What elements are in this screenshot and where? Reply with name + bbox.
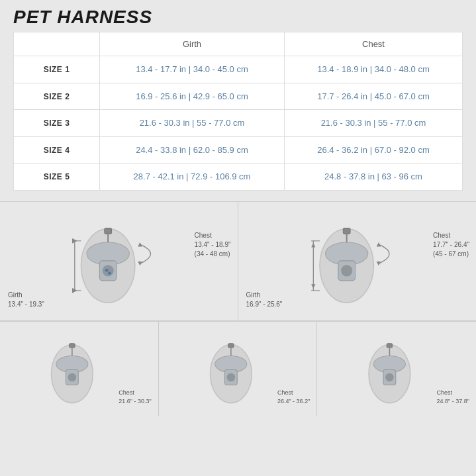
diagrams-section: 🐾 — [0, 201, 476, 416]
girth-label-2: Girth 16.9" - 25.6" — [246, 291, 283, 309]
girth-cell-4: 28.7 - 42.1 in | 72.9 - 106.9 cm — [100, 164, 285, 191]
header-section: PET HARNESS — [0, 0, 476, 32]
chest-label-1: Chest 13.4" - 18.9" (34 - 48 cm) — [195, 231, 231, 259]
diagram-wrapper-4: Chest 26.4" - 36.2" — [166, 332, 310, 408]
svg-point-38 — [226, 373, 235, 381]
svg-rect-42 — [387, 343, 393, 347]
svg-point-19 — [341, 265, 352, 276]
diagram-size5: Chest 24.8" - 37.8" — [317, 322, 476, 416]
svg-marker-26 — [376, 262, 380, 265]
chest-cell-4: 24.8 - 37.8 in | 63 - 96 cm — [285, 164, 463, 191]
svg-rect-30 — [70, 343, 75, 347]
table-section: Girth Chest SIZE 1 13.4 - 17.7 in | 34.0… — [0, 32, 476, 201]
diagram-size1: 🐾 — [0, 202, 238, 321]
table-row: SIZE 3 21.6 - 30.3 in | 55 - 77.0 cm 21.… — [14, 110, 463, 137]
chest-label-4: Chest 26.4" - 36.2" — [277, 389, 310, 405]
row-label-1: SIZE 2 — [14, 83, 100, 110]
girth-label-1: Girth 13.4" - 19.3" — [8, 291, 44, 309]
table-row: SIZE 4 24.4 - 33.8 in | 62.0 - 85.9 cm 2… — [14, 136, 463, 164]
chest-cell-2: 21.6 - 30.3 in | 55 - 77.0 cm — [285, 110, 463, 137]
chest-cell-0: 13.4 - 18.9 in | 34.0 - 48.0 cm — [285, 56, 463, 83]
svg-rect-17 — [343, 228, 350, 234]
row-label-0: SIZE 1 — [14, 56, 100, 83]
diagram-size2: Girth 16.9" - 25.6" Chest 17.7" - 26.4" … — [238, 202, 477, 321]
diagrams-grid-top: 🐾 — [0, 201, 476, 322]
size-table: Girth Chest SIZE 1 13.4 - 17.7 in | 34.0… — [13, 32, 463, 191]
chest-label-3: Chest 21.6" - 30.3" — [119, 389, 151, 405]
row-label-4: SIZE 5 — [14, 164, 100, 191]
row-label-3: SIZE 4 — [14, 136, 100, 164]
svg-point-44 — [385, 373, 394, 381]
svg-marker-25 — [376, 242, 380, 246]
page-wrapper: PET HARNESS Girth Chest SIZE 1 13.4 - 17… — [0, 0, 476, 416]
svg-marker-11 — [138, 262, 142, 265]
col-header-label — [14, 32, 100, 56]
col-header-girth: Girth — [100, 32, 285, 56]
svg-rect-36 — [228, 343, 233, 347]
svg-point-32 — [68, 373, 77, 381]
chest-label-5: Chest 24.8" - 37.8" — [437, 389, 469, 405]
chest-label-2: Chest 17.7" - 26.4" (45 - 67 cm) — [433, 231, 469, 259]
table-row: SIZE 5 28.7 - 42.1 in | 72.9 - 106.9 cm … — [14, 164, 463, 191]
girth-cell-0: 13.4 - 17.7 in | 34.0 - 45.0 cm — [100, 56, 285, 83]
svg-marker-10 — [138, 242, 142, 246]
diagram-wrapper-3: Chest 21.6" - 30.3" — [7, 332, 152, 408]
girth-cell-3: 24.4 - 33.8 in | 62.0 - 85.9 cm — [100, 136, 285, 164]
diagram-wrapper-5: Chest 24.8" - 37.8" — [324, 332, 469, 408]
col-header-chest: Chest — [285, 32, 463, 56]
svg-rect-3 — [105, 228, 112, 234]
diagram-size4: Chest 26.4" - 36.2" — [159, 322, 318, 416]
diagram-size3: Chest 21.6" - 30.3" — [0, 322, 159, 416]
table-row: SIZE 2 16.9 - 25.6 in | 42.9 - 65.0 cm 1… — [14, 83, 463, 110]
diagrams-grid-bottom: Chest 21.6" - 30.3" — [0, 322, 476, 416]
chest-cell-3: 26.4 - 36.2 in | 67.0 - 92.0 cm — [285, 136, 463, 164]
girth-cell-1: 16.9 - 25.6 in | 42.9 - 65.0 cm — [100, 83, 285, 110]
row-label-2: SIZE 3 — [14, 110, 100, 137]
table-row: SIZE 1 13.4 - 17.7 in | 34.0 - 45.0 cm 1… — [14, 56, 463, 83]
svg-marker-24 — [311, 284, 315, 288]
svg-text:🐾: 🐾 — [105, 268, 112, 275]
diagram-wrapper-2: Girth 16.9" - 25.6" Chest 17.7" - 26.4" … — [245, 213, 470, 312]
page-title: PET HARNESS — [13, 7, 463, 28]
chest-cell-1: 17.7 - 26.4 in | 45.0 - 67.0 cm — [285, 83, 463, 110]
svg-marker-23 — [311, 243, 315, 247]
diagram-wrapper-1: 🐾 — [7, 213, 231, 312]
girth-cell-2: 21.6 - 30.3 in | 55 - 77.0 cm — [100, 110, 285, 137]
